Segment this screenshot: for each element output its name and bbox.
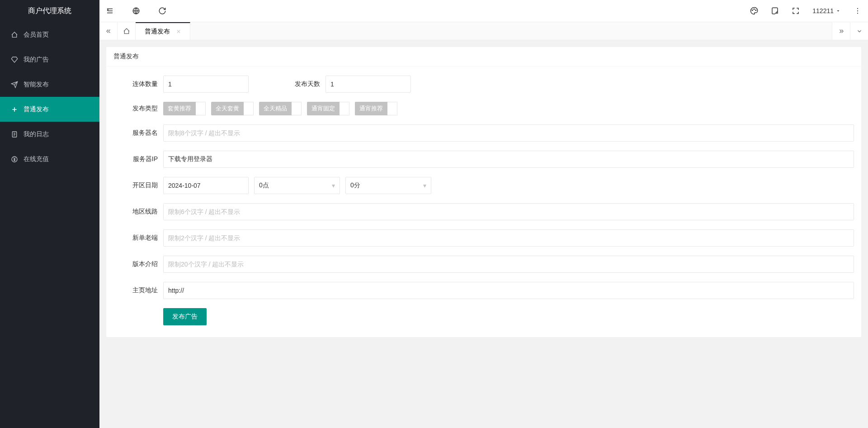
tag-badge bbox=[387, 102, 397, 115]
sidebar-item-home[interactable]: 会员首页 bbox=[0, 22, 99, 47]
topbar-left bbox=[106, 7, 166, 15]
tag-badge bbox=[196, 102, 206, 115]
svg-point-7 bbox=[857, 10, 858, 11]
tab-scroll-right[interactable] bbox=[832, 22, 850, 40]
more-icon[interactable] bbox=[854, 7, 862, 15]
tab-menu-icon[interactable] bbox=[850, 22, 868, 40]
homepage-input[interactable] bbox=[163, 282, 854, 299]
topbar-right: 112211 bbox=[750, 7, 862, 15]
sidebar-item-recharge[interactable]: 在线充值 bbox=[0, 147, 99, 171]
sidebar-item-label: 在线充值 bbox=[24, 155, 49, 163]
svg-point-8 bbox=[857, 13, 858, 14]
topbar: 112211 bbox=[99, 0, 868, 22]
server-name-input[interactable] bbox=[163, 124, 854, 142]
minute-value: 0分 bbox=[350, 181, 360, 190]
username: 112211 bbox=[812, 7, 834, 14]
region-input[interactable] bbox=[163, 203, 854, 220]
sidebar-item-label: 智能发布 bbox=[24, 81, 49, 89]
close-icon[interactable]: ✕ bbox=[176, 29, 181, 35]
publish-form: 连体数量 发布天数 发布类型 套黄推荐 全天套黄 全天精品 bbox=[106, 67, 861, 337]
note-icon[interactable] bbox=[771, 7, 779, 15]
sidebar-item-logs[interactable]: 我的日志 bbox=[0, 122, 99, 147]
yen-icon bbox=[11, 156, 18, 163]
row-qty-days: 连体数量 发布天数 bbox=[113, 76, 854, 93]
version-input[interactable] bbox=[163, 256, 854, 273]
open-date-label: 开区日期 bbox=[113, 181, 163, 190]
row-homepage: 主页地址 bbox=[113, 282, 854, 299]
qty-input[interactable] bbox=[163, 76, 249, 93]
theme-icon[interactable] bbox=[750, 7, 758, 15]
sidebar-item-normal-publish[interactable]: 普通发布 bbox=[0, 97, 99, 122]
chevron-down-icon: ▾ bbox=[332, 182, 335, 189]
tag-badge bbox=[292, 102, 302, 115]
send-icon bbox=[11, 81, 18, 88]
tab-list: 普通发布 ✕ bbox=[136, 22, 832, 40]
globe-icon[interactable] bbox=[132, 7, 140, 15]
row-submit: 发布广告 bbox=[113, 308, 854, 325]
chevron-down-icon: ▾ bbox=[423, 182, 426, 189]
plus-icon bbox=[11, 106, 18, 113]
type-label: 发布类型 bbox=[113, 105, 163, 113]
row-version: 版本介绍 bbox=[113, 256, 854, 273]
diamond-icon bbox=[11, 56, 18, 63]
type-tags: 套黄推荐 全天套黄 全天精品 通宵固定 通宵推荐 bbox=[163, 102, 854, 115]
server-ip-input[interactable] bbox=[163, 151, 854, 168]
sidebar: 商户代理系统 会员首页 我的广告 智能发布 普通发布 我的日志 在线充值 bbox=[0, 0, 99, 428]
type-tag-4[interactable]: 通宵推荐 bbox=[355, 102, 397, 115]
sidebar-item-label: 普通发布 bbox=[24, 105, 49, 114]
tab-label: 普通发布 bbox=[145, 28, 170, 36]
fullscreen-icon[interactable] bbox=[792, 7, 800, 15]
client-label: 新单老端 bbox=[113, 234, 163, 242]
user-dropdown[interactable]: 112211 bbox=[812, 7, 841, 14]
card-title: 普通发布 bbox=[106, 47, 861, 67]
row-client: 新单老端 bbox=[113, 229, 854, 247]
version-label: 版本介绍 bbox=[113, 260, 163, 268]
tabbar: 普通发布 ✕ bbox=[99, 22, 868, 40]
svg-point-4 bbox=[754, 9, 755, 10]
svg-point-6 bbox=[857, 8, 858, 9]
sidebar-item-my-ads[interactable]: 我的广告 bbox=[0, 47, 99, 72]
row-server-name: 服务器名 bbox=[113, 124, 854, 142]
app-title: 商户代理系统 bbox=[0, 0, 99, 22]
client-input[interactable] bbox=[163, 229, 854, 247]
home-icon bbox=[11, 31, 18, 38]
days-input[interactable] bbox=[326, 76, 411, 93]
tag-badge bbox=[340, 102, 349, 115]
days-label: 发布天数 bbox=[249, 80, 326, 88]
server-ip-label: 服务器IP bbox=[113, 155, 163, 163]
qty-label: 连体数量 bbox=[113, 80, 163, 88]
submit-button[interactable]: 发布广告 bbox=[163, 308, 207, 325]
hour-value: 0点 bbox=[259, 181, 269, 190]
row-type: 发布类型 套黄推荐 全天套黄 全天精品 通宵固定 通宵推荐 bbox=[113, 102, 854, 115]
sidebar-item-label: 我的日志 bbox=[24, 130, 49, 138]
type-tag-0[interactable]: 套黄推荐 bbox=[163, 102, 206, 115]
file-icon bbox=[11, 131, 18, 138]
minute-select[interactable]: 0分 ▾ bbox=[345, 177, 431, 194]
refresh-icon[interactable] bbox=[158, 7, 166, 15]
homepage-label: 主页地址 bbox=[113, 286, 163, 295]
open-date-input[interactable] bbox=[163, 177, 249, 194]
menu-toggle-icon[interactable] bbox=[106, 7, 114, 15]
tag-badge bbox=[244, 102, 254, 115]
type-tag-2[interactable]: 全天精品 bbox=[259, 102, 302, 115]
type-tag-3[interactable]: 通宵固定 bbox=[307, 102, 349, 115]
server-name-label: 服务器名 bbox=[113, 129, 163, 137]
type-tag-1[interactable]: 全天套黄 bbox=[211, 102, 254, 115]
region-label: 地区线路 bbox=[113, 208, 163, 216]
svg-point-3 bbox=[752, 10, 753, 11]
tab-scroll-left[interactable] bbox=[99, 22, 118, 40]
sidebar-menu: 会员首页 我的广告 智能发布 普通发布 我的日志 在线充值 bbox=[0, 22, 99, 171]
sidebar-item-smart-publish[interactable]: 智能发布 bbox=[0, 72, 99, 97]
row-region: 地区线路 bbox=[113, 203, 854, 220]
caret-down-icon bbox=[835, 8, 841, 14]
sidebar-item-label: 我的广告 bbox=[24, 56, 49, 64]
publish-card: 普通发布 连体数量 发布天数 发布类型 bbox=[106, 47, 861, 337]
content-area: 普通发布 连体数量 发布天数 发布类型 bbox=[99, 40, 868, 428]
row-open-date: 开区日期 0点 ▾ 0分 ▾ bbox=[113, 177, 854, 194]
row-server-ip: 服务器IP bbox=[113, 151, 854, 168]
hour-select[interactable]: 0点 ▾ bbox=[254, 177, 340, 194]
tab-normal-publish[interactable]: 普通发布 ✕ bbox=[136, 22, 190, 40]
svg-point-5 bbox=[755, 10, 756, 11]
tab-home[interactable] bbox=[118, 22, 136, 40]
main: 112211 普通发布 ✕ 普通发布 bbox=[99, 0, 868, 428]
